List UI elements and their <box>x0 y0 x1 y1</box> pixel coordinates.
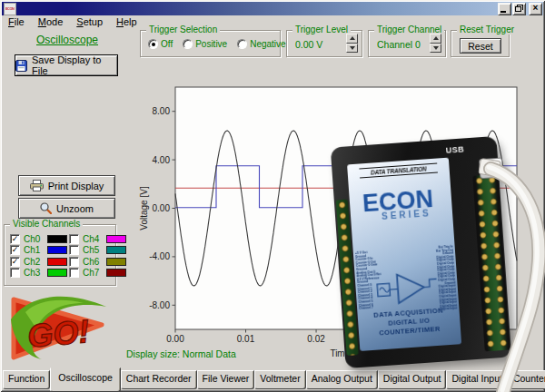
checkbox-ch6[interactable] <box>69 257 79 267</box>
trigger-level-spinner <box>346 34 358 53</box>
unzoom-button[interactable]: Unzoom <box>18 198 115 219</box>
menu-setup[interactable]: Setup <box>76 16 103 27</box>
checkbox-ch1[interactable]: ✓ <box>10 245 20 255</box>
channel-color-swatch <box>47 258 67 266</box>
device-front-label: DATA TRANSLATION ECON SERIES +5 V OutGro… <box>347 158 461 351</box>
tab-analog-output[interactable]: Analog Output <box>306 370 378 389</box>
print-display-label: Print Display <box>48 181 104 191</box>
tab-digital-output[interactable]: Digital Output <box>378 370 447 389</box>
save-display-button[interactable]: Save Display to File <box>15 54 118 76</box>
trigger-channel-value: Channel 0 <box>377 39 421 50</box>
print-display-button[interactable]: Print Display <box>18 175 115 196</box>
pin-label: Ground <box>436 251 453 254</box>
menu-mode[interactable]: Mode <box>38 16 64 27</box>
radio-dot-icon <box>148 39 158 49</box>
pin-label: +5 V Out <box>355 250 372 253</box>
tab-chart-recorder[interactable]: Chart Recorder <box>121 370 197 389</box>
x-tick-label: 0.00 <box>166 334 184 344</box>
pin-label: Ext Trig In <box>436 245 453 248</box>
radio-off[interactable]: Off <box>148 39 173 49</box>
y-tick-label: 8.00 <box>153 106 171 116</box>
y-tick-label: 0.00 <box>153 203 171 213</box>
y-tick-label: -8.00 <box>149 300 170 310</box>
checkbox-ch5[interactable] <box>69 245 79 255</box>
channel-color-swatch <box>106 246 126 254</box>
channel-row: Ch7 <box>69 269 126 278</box>
down-arrow-icon <box>350 46 355 53</box>
trigger-level-legend: Trigger Level <box>292 24 351 34</box>
tab-voltmeter[interactable]: Voltmeter <box>254 370 305 389</box>
restore-button[interactable] <box>512 3 526 15</box>
checkbox-ch3[interactable] <box>10 268 20 278</box>
printer-icon <box>30 180 44 191</box>
opamp-graphic <box>374 266 442 312</box>
channel-grid: ✓Ch0Ch4✓Ch1Ch5✓Ch2Ch6Ch3Ch7 <box>5 225 115 279</box>
radio-label: Positive <box>195 39 227 49</box>
device-brand: DATA TRANSLATION <box>359 163 438 179</box>
pin-label: Ground <box>357 279 374 282</box>
channel-row: Ch3 <box>10 269 67 278</box>
channel-color-swatch <box>47 235 67 243</box>
tab-counter[interactable]: Counter <box>508 370 545 389</box>
spin-up-button[interactable] <box>346 34 358 44</box>
tab-file-viewer[interactable]: File Viewer <box>197 370 255 389</box>
reset-button[interactable]: Reset <box>460 38 501 54</box>
spin-down-button[interactable] <box>346 44 358 54</box>
channel-row: Ch6 <box>69 257 126 266</box>
pin-label: Channel 0 <box>357 283 374 286</box>
trigger-level-value: 0.00 V <box>295 39 322 50</box>
pin-label: Channel 5 <box>359 299 376 302</box>
trigger-level-group: Trigger Level 0.00 V <box>286 30 362 57</box>
usb-port <box>479 158 503 180</box>
y-tick-label: 4.00 <box>153 155 171 165</box>
checkbox-ch7[interactable] <box>69 268 79 278</box>
econ-device-image: USB DATA TRANSLATION ECON SERIES +5 V Ou… <box>331 136 512 368</box>
x-tick-label: 0.02 <box>307 334 325 344</box>
pin-label: Channel 7 <box>359 306 376 309</box>
channel-label: Ch3 <box>24 268 44 278</box>
menu-help[interactable]: Help <box>116 16 137 27</box>
floppy-disk-icon <box>15 60 27 72</box>
spin-up-button[interactable] <box>430 34 441 44</box>
radio-label: Negative <box>250 39 285 49</box>
pin-label: Channel 4 <box>358 296 375 299</box>
channel-row: Ch4 <box>69 234 126 243</box>
pin-label: Channel 2 <box>358 289 375 292</box>
trigger-channel-spinner <box>430 34 441 53</box>
x-tick-label: 0.01 <box>237 334 255 344</box>
close-button[interactable]: × <box>529 3 542 15</box>
channel-label: Ch1 <box>24 245 44 255</box>
checkbox-ch2[interactable]: ✓ <box>10 257 20 267</box>
reset-trigger-legend: Reset Trigger <box>457 24 517 34</box>
pin-label: Digital Output 5 <box>437 260 454 263</box>
save-display-label: Save Display to File <box>32 54 117 76</box>
checkbox-ch4[interactable] <box>69 234 79 244</box>
menu-file[interactable]: File <box>8 16 25 27</box>
channel-row: Ch5 <box>69 246 126 255</box>
radio-label: Off <box>161 39 173 49</box>
radio-positive[interactable]: Positive <box>183 39 227 49</box>
checkbox-ch0[interactable]: ✓ <box>10 234 20 244</box>
visible-channels-legend: Visible Channels <box>10 219 83 229</box>
tab-oscilloscope[interactable]: Oscilloscope <box>50 368 121 392</box>
channel-color-swatch <box>47 246 67 254</box>
channel-row: ✓Ch0 <box>10 234 67 243</box>
down-arrow-icon <box>433 46 439 53</box>
title-bar[interactable]: ECON × <box>2 2 543 15</box>
channel-label: Ch0 <box>24 234 44 244</box>
go-logo: GO! <box>7 285 109 363</box>
y-axis-title: Voltage [V] <box>139 186 149 230</box>
tab-digital-input[interactable]: Digital Input <box>446 370 507 389</box>
tab-function[interactable]: Function <box>3 370 50 389</box>
y-tick-label: -4.00 <box>149 251 170 261</box>
channel-label: Ch2 <box>24 257 44 267</box>
spin-down-button[interactable] <box>430 44 441 54</box>
up-arrow-icon <box>433 34 439 40</box>
radio-negative[interactable]: Negative <box>237 39 285 49</box>
minimize-button[interactable] <box>498 3 511 15</box>
channel-label: Ch6 <box>83 257 103 267</box>
visible-channels-group: Visible Channels ✓Ch0Ch4✓Ch1Ch5✓Ch2Ch6Ch… <box>4 224 116 286</box>
pin-label: Ground <box>356 267 373 270</box>
trigger-selection-group: Trigger Selection OffPositiveNegative <box>140 30 281 57</box>
channel-color-swatch <box>47 269 67 277</box>
